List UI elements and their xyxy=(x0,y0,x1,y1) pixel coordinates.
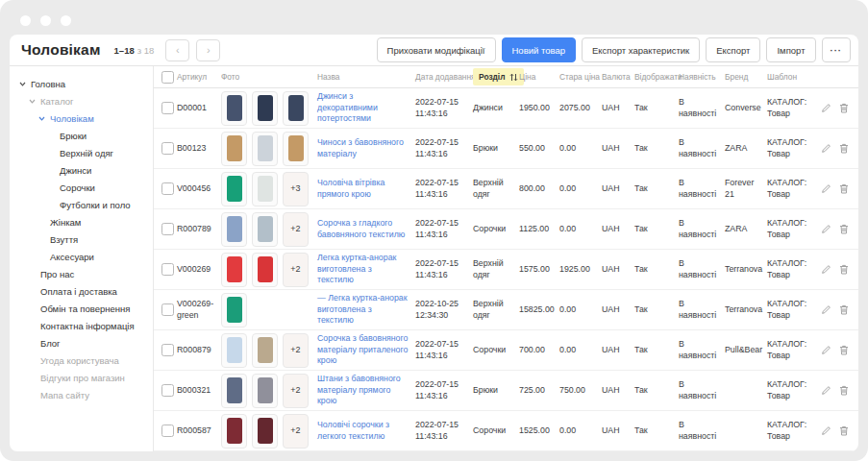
sidebar-item-home[interactable]: Головна xyxy=(10,75,153,92)
product-link[interactable]: Джинси з декоративними потертостями xyxy=(317,91,410,124)
more-photos-badge[interactable]: +3 xyxy=(283,172,309,206)
sidebar-item-contact-info[interactable]: Контактна інформація xyxy=(10,317,153,334)
sidebar-item-catalog[interactable]: Каталог xyxy=(10,92,153,109)
product-link[interactable]: Сорочка з бавовняного матеріалу притален… xyxy=(317,333,410,366)
more-actions-button[interactable]: ··· xyxy=(822,37,852,62)
new-product-button[interactable]: Новий товар xyxy=(502,37,576,62)
window-control-dot[interactable] xyxy=(20,15,31,26)
product-photo[interactable] xyxy=(252,374,278,408)
product-photo[interactable] xyxy=(221,212,247,247)
sidebar-item-user-agreement[interactable]: Угода користувача xyxy=(10,352,153,369)
edit-icon[interactable] xyxy=(821,224,831,234)
row-checkbox[interactable] xyxy=(161,263,174,276)
product-photo[interactable] xyxy=(252,333,278,368)
edit-icon[interactable] xyxy=(821,304,831,315)
column-header-date-added[interactable]: Дата додавання xyxy=(415,72,473,82)
sidebar-item-men[interactable]: Чоловікам xyxy=(10,109,153,127)
product-link[interactable]: — Легка куртка-анорак виготовлена з текс… xyxy=(317,293,410,326)
edit-icon[interactable] xyxy=(821,264,831,275)
row-checkbox[interactable] xyxy=(161,344,174,356)
column-header-sku[interactable]: Артикул xyxy=(177,72,221,82)
delete-icon[interactable] xyxy=(839,224,849,234)
product-photo[interactable] xyxy=(283,132,309,166)
product-photo[interactable] xyxy=(252,172,278,206)
edit-icon[interactable] xyxy=(821,385,831,396)
more-photos-badge[interactable]: +2 xyxy=(283,414,309,449)
product-photo[interactable] xyxy=(221,293,247,328)
prev-page-button[interactable]: ‹ xyxy=(165,39,189,61)
column-header-photo[interactable]: Фото xyxy=(221,72,317,82)
sidebar-item-store-reviews[interactable]: Відгуки про магазин xyxy=(10,369,153,386)
more-photos-badge[interactable]: +2 xyxy=(283,253,309,287)
sidebar-item-blog[interactable]: Блог xyxy=(10,334,153,352)
export-button[interactable]: Експорт xyxy=(706,37,760,62)
sidebar-item-sitemap[interactable]: Мапа сайту xyxy=(10,386,153,403)
column-header-display[interactable]: Відображати xyxy=(634,72,679,82)
product-link[interactable]: Штани з бавовняного матеріалу прямого кр… xyxy=(317,374,410,406)
column-header-availability[interactable]: Наявність xyxy=(679,72,725,82)
more-photos-badge[interactable]: +2 xyxy=(283,374,309,408)
row-checkbox[interactable] xyxy=(161,182,174,195)
column-header-template[interactable]: Шаблон xyxy=(767,72,819,82)
sidebar-item-payment-delivery[interactable]: Оплата і доставка xyxy=(10,282,153,300)
product-photo[interactable] xyxy=(283,91,309,126)
product-photo[interactable] xyxy=(221,172,247,206)
edit-icon[interactable] xyxy=(821,425,831,436)
export-characteristics-button[interactable]: Експорт характеристик xyxy=(582,37,700,62)
delete-icon[interactable] xyxy=(839,345,849,355)
column-header-name[interactable]: Назва xyxy=(317,72,415,82)
row-checkbox[interactable] xyxy=(161,425,174,437)
sidebar-item-shirts[interactable]: Сорочки xyxy=(10,179,153,196)
more-photos-badge[interactable]: +2 xyxy=(283,333,309,368)
hide-modifications-button[interactable]: Приховати модифікації xyxy=(377,37,496,62)
edit-icon[interactable] xyxy=(821,143,831,154)
edit-icon[interactable] xyxy=(821,183,831,194)
product-link[interactable]: Чоловічі сорочки з легкого текстилю xyxy=(317,420,410,442)
delete-icon[interactable] xyxy=(839,264,849,275)
column-header-price[interactable]: Ціна xyxy=(519,72,559,82)
product-link[interactable]: Чиноси з бавовняного матеріалу xyxy=(317,137,410,159)
edit-icon[interactable] xyxy=(821,103,831,113)
product-photo[interactable] xyxy=(252,253,278,287)
product-photo[interactable] xyxy=(221,91,247,126)
row-checkbox[interactable] xyxy=(161,303,174,316)
product-link[interactable]: Легка куртка-анорак виготовлена з тексти… xyxy=(317,253,410,285)
window-control-dot[interactable] xyxy=(61,15,71,26)
row-checkbox[interactable] xyxy=(161,142,174,155)
column-header-old-price[interactable]: Стара ціна xyxy=(559,72,602,82)
column-header-currency[interactable]: Валюта xyxy=(602,72,634,82)
window-control-dot[interactable] xyxy=(40,15,51,26)
product-photo[interactable] xyxy=(221,414,247,449)
delete-icon[interactable] xyxy=(839,143,849,154)
sidebar-item-exchange-return[interactable]: Обмін та повернення xyxy=(10,300,153,317)
product-photo[interactable] xyxy=(252,91,278,126)
product-link[interactable]: Чоловіча вітрівка прямого крою xyxy=(317,178,410,200)
column-header-section[interactable]: Розділ xyxy=(473,68,519,85)
row-checkbox[interactable] xyxy=(161,102,174,114)
product-photo[interactable] xyxy=(221,132,247,166)
row-checkbox[interactable] xyxy=(161,384,174,397)
sidebar-item-outerwear[interactable]: Верхній одяг xyxy=(10,144,153,161)
column-header-brand[interactable]: Бренд xyxy=(725,72,767,82)
sidebar-item-footwear[interactable]: Взуття xyxy=(10,230,153,248)
delete-icon[interactable] xyxy=(839,103,849,113)
product-photo[interactable] xyxy=(252,414,278,449)
sidebar-item-women[interactable]: Жінкам xyxy=(10,213,153,230)
sidebar-item-jeans[interactable]: Джинси xyxy=(10,161,153,179)
import-button[interactable]: Імпорт xyxy=(766,37,815,62)
delete-icon[interactable] xyxy=(839,425,849,436)
product-photo[interactable] xyxy=(221,374,247,408)
sidebar-item-tshirts-polo[interactable]: Футболки и поло xyxy=(10,196,153,213)
next-page-button[interactable]: › xyxy=(196,39,220,61)
row-checkbox[interactable] xyxy=(161,223,174,235)
product-photo[interactable] xyxy=(221,253,247,287)
select-all-checkbox[interactable] xyxy=(161,71,174,84)
delete-icon[interactable] xyxy=(839,183,849,194)
product-link[interactable]: Сорочка з гладкого бавовняного текстилю xyxy=(317,218,410,240)
sidebar-item-accessories[interactable]: Аксесуари xyxy=(10,248,153,265)
sidebar-item-trousers[interactable]: Брюки xyxy=(10,127,153,144)
sidebar-item-about[interactable]: Про нас xyxy=(10,265,153,282)
delete-icon[interactable] xyxy=(839,385,849,396)
product-photo[interactable] xyxy=(252,212,278,247)
more-photos-badge[interactable]: +2 xyxy=(283,212,309,247)
